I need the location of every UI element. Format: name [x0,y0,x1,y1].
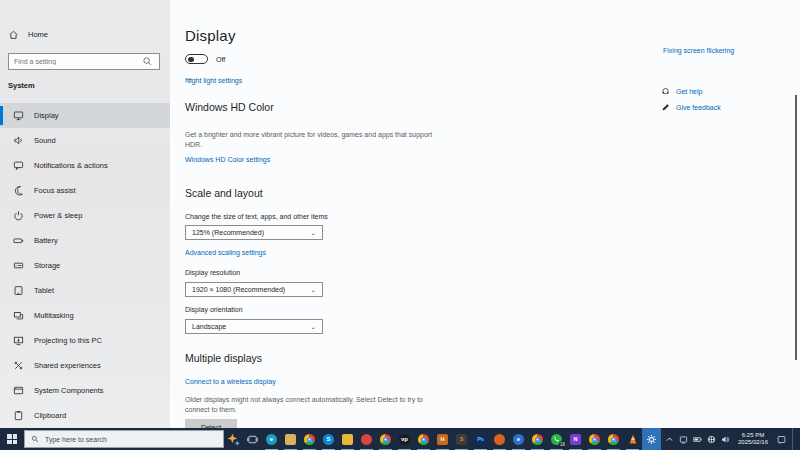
sidebar-item-projecting-to-this-pc[interactable]: Projecting to this PC [0,328,170,353]
chrome-icon-4[interactable] [585,428,604,450]
edge-icon[interactable]: e [262,428,281,450]
sidebar-item-label: Focus assist [34,186,76,195]
sidebar-item-focus-assist[interactable]: Focus assist [0,178,170,203]
taskbar: Type here to search eSvpHSPse16N 6:25 PM… [0,428,800,450]
tablet-tray-icon[interactable] [679,435,688,444]
chrome-icon-3[interactable] [528,428,547,450]
volume-icon[interactable] [721,435,730,444]
tablet-icon [13,285,25,297]
firefox-icon[interactable] [490,428,509,450]
multiple-displays-description: Older displays might not always connect … [185,395,433,415]
office-orange-icon[interactable]: H [433,428,452,450]
taskbar-clock[interactable]: 6:25 PM 2025/02/16 [735,432,771,446]
clock-date: 2025/02/16 [735,439,771,446]
sidebar-item-sound[interactable]: Sound [0,128,170,153]
scale-dropdown-value: 125% (Recommended) [192,229,264,236]
sidebar-item-display[interactable]: Display [0,103,170,128]
poker-chip-icon[interactable] [357,428,376,450]
chrome-icon[interactable] [376,428,395,450]
sidebar-item-battery[interactable]: Battery [0,228,170,253]
skype-icon[interactable]: S [319,428,338,450]
taskbar-search-box[interactable]: Type here to search [24,430,224,448]
hd-color-description: Get a brighter and more vibrant picture … [185,130,445,150]
notifications-icon [13,160,25,172]
sidebar-search-box[interactable] [8,53,160,70]
vp-app-icon[interactable]: vp [395,428,414,450]
search-icon [31,435,39,444]
chrome-icon-5[interactable] [604,428,623,450]
sidebar-item-storage[interactable]: Storage [0,253,170,278]
sidebar-item-power-sleep[interactable]: Power & sleep [0,203,170,228]
shared-icon [13,360,25,372]
whatsapp-icon[interactable]: 16 [547,428,566,450]
sound-icon [13,135,25,147]
sidebar-item-notifications-actions[interactable]: Notifications & actions [0,153,170,178]
sidebar-item-home[interactable]: Home [8,26,158,42]
photoshop-icon[interactable]: Ps [471,428,490,450]
sidebar-item-label: System Components [34,386,104,395]
system-tray [665,435,730,444]
windows-logo-icon [7,434,17,444]
give-feedback-link[interactable]: Give feedback [676,104,721,111]
sidebar-item-label: Multitasking [34,311,74,320]
sidebar-item-system-components[interactable]: System Components [0,378,170,403]
sidebar-item-shared-experiences[interactable]: Shared experiences [0,353,170,378]
sidebar-search-input[interactable] [14,58,142,65]
orientation-dropdown-value: Landscape [192,323,226,330]
resolution-dropdown[interactable]: 1920 × 1080 (Recommended) ⌄ [185,282,323,297]
sidebar-item-clipboard[interactable]: Clipboard [0,403,170,428]
file-explorer-icon[interactable] [281,428,300,450]
search-icon [142,56,154,68]
chrome-icon-2[interactable] [414,428,433,450]
sublime-icon[interactable]: S [452,428,471,450]
projecting-icon [13,335,25,347]
hd-color-settings-link[interactable]: Windows HD Color settings [185,156,270,163]
night-light-toggle-state: Off [216,56,225,63]
chevron-up-icon[interactable] [665,435,674,444]
chevron-down-icon: ⌄ [310,286,316,292]
vlc-icon[interactable] [623,428,642,450]
chrome-profile-icon[interactable] [300,428,319,450]
clock-time: 6:25 PM [735,432,771,439]
scale-layout-heading: Scale and layout [185,187,263,199]
sidebar-item-label: Display [34,111,59,120]
wireless-display-link[interactable]: Connect to a wireless display [185,378,276,385]
main-content: Display Off Night light settings Windows… [170,0,795,428]
settings-gear-icon[interactable] [642,428,661,450]
advanced-scaling-link[interactable]: Advanced scaling settings [185,249,266,256]
vertical-scrollbar[interactable] [795,95,797,360]
feedback-row[interactable]: Give feedback [661,98,721,116]
get-help-link[interactable]: Get help [676,88,702,95]
scale-size-label: Change the size of text, apps, and other… [185,213,328,220]
sidebar-item-label: Notifications & actions [34,161,108,170]
orientation-dropdown[interactable]: Landscape ⌄ [185,319,323,334]
display-icon [13,110,25,122]
sidebar-item-tablet[interactable]: Tablet [0,278,170,303]
copilot-sparkle-icon[interactable] [224,428,243,450]
sidebar-item-label: Tablet [34,286,54,295]
chevron-down-icon: ⌄ [310,323,316,329]
multiple-displays-heading: Multiple displays [185,352,262,364]
fixing-screen-flickering-link[interactable]: Fixing screen flickering [663,47,734,54]
folder-icon[interactable] [338,428,357,450]
night-light-settings-link[interactable]: Night light settings [185,77,242,84]
hd-color-heading: Windows HD Color [185,101,274,113]
sidebar-item-label: Shared experiences [34,361,101,370]
notion-icon[interactable]: N [566,428,585,450]
start-button[interactable] [0,428,24,450]
show-desktop-button[interactable] [792,428,795,450]
edge-blue-icon[interactable]: e [509,428,528,450]
task-view-icon[interactable] [243,428,262,450]
battery-icon[interactable] [693,435,702,444]
orientation-label: Display orientation [185,306,243,313]
home-icon [8,28,20,40]
action-center-icon[interactable] [777,430,786,448]
multitasking-icon [13,310,25,322]
chevron-down-icon: ⌄ [310,229,316,235]
sidebar-item-multitasking[interactable]: Multitasking [0,303,170,328]
page-title: Display [185,27,236,44]
sidebar-section-label: System [8,81,35,90]
network-icon[interactable] [707,435,716,444]
scale-dropdown[interactable]: 125% (Recommended) ⌄ [185,225,323,240]
night-light-toggle[interactable] [185,54,208,64]
